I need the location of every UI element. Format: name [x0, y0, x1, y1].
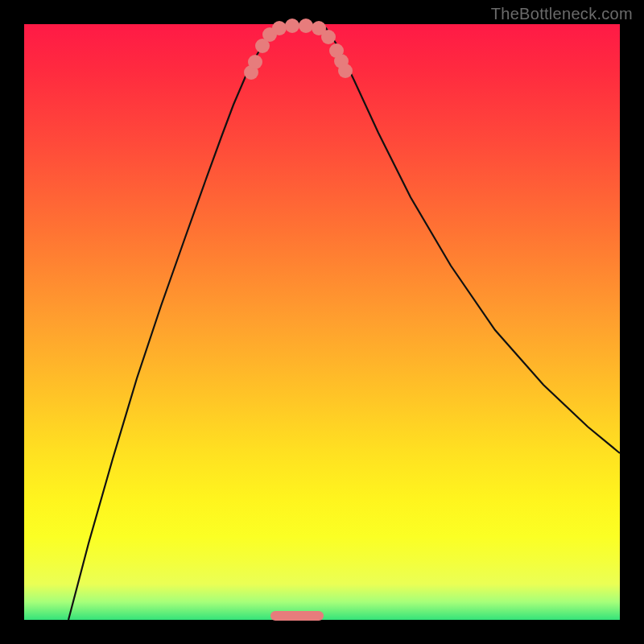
- valley-marker: [299, 19, 313, 33]
- valley-bar: [270, 611, 324, 621]
- valley-marker: [248, 55, 262, 69]
- outer-frame: TheBottleneck.com: [0, 0, 644, 644]
- valley-marker: [285, 19, 299, 33]
- bottleneck-curve-svg: [24, 24, 620, 620]
- valley-marker: [321, 30, 336, 44]
- valley-markers: [244, 19, 353, 80]
- valley-marker: [272, 21, 287, 35]
- bottleneck-curve: [68, 25, 620, 620]
- plot-area: [24, 24, 620, 620]
- valley-marker: [338, 64, 353, 78]
- watermark-text: TheBottleneck.com: [491, 5, 633, 23]
